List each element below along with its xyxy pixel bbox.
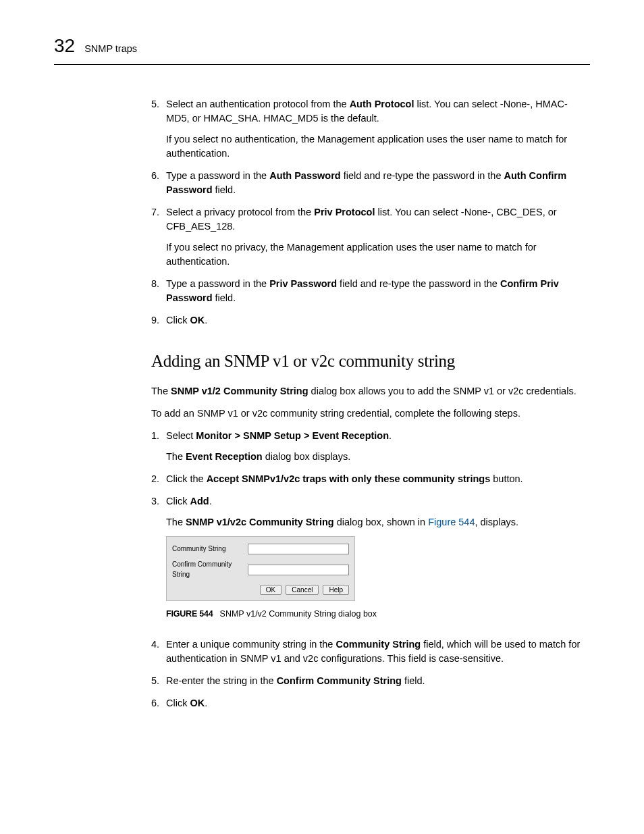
step-paragraph: Click the Accept SNMPv1/v2c traps with o… [166, 472, 590, 486]
step-number: 4. [151, 637, 166, 666]
step-item: 3.Click Add.The SNMP v1/v2c Community St… [151, 494, 590, 629]
step-paragraph: Select a privacy protocol from the Priv … [166, 205, 590, 234]
step-body: Select a privacy protocol from the Priv … [166, 205, 590, 269]
cancel-button[interactable]: Cancel [286, 585, 319, 595]
step-body: Type a password in the Priv Password fie… [166, 277, 590, 305]
step-number: 7. [151, 205, 166, 269]
step-body: Click the Accept SNMPv1/v2c traps with o… [166, 472, 590, 486]
running-header: 32 SNMP traps [54, 32, 590, 65]
step-body: Select Monitor > SNMP Setup > Event Rece… [166, 429, 590, 464]
step-paragraph: Click OK. [166, 696, 590, 710]
step-number: 6. [151, 696, 166, 710]
help-button[interactable]: Help [323, 585, 349, 595]
bold-text: SNMP v1/v2c Community String [186, 517, 334, 527]
step-number: 6. [151, 169, 166, 197]
figure-title: SNMP v1/v2 Community String dialog box [220, 609, 377, 619]
community-string-label: Community String [172, 544, 248, 554]
step-paragraph: If you select no authentication, the Man… [166, 132, 590, 161]
bold-text: SNMP v1/2 Community String [171, 386, 308, 396]
header-title: SNMP traps [84, 42, 137, 56]
step-item: 2.Click the Accept SNMPv1/v2c traps with… [151, 472, 590, 486]
step-list-a: 5.Select an authentication protocol from… [151, 97, 590, 328]
bold-text: Confirm Priv Password [166, 278, 559, 303]
step-paragraph: Click OK. [166, 313, 590, 328]
step-number: 8. [151, 277, 166, 305]
page-content: 5.Select an authentication protocol from… [151, 97, 590, 711]
step-body: Click Add.The SNMP v1/v2c Community Stri… [166, 494, 590, 629]
step-paragraph: Click Add. [166, 494, 590, 509]
step-item: 6.Click OK. [151, 696, 590, 710]
bold-text: Auth Password [269, 170, 341, 181]
step-item: 8.Type a password in the Priv Password f… [151, 277, 590, 305]
step-number: 5. [151, 97, 166, 161]
step-number: 5. [151, 674, 166, 688]
bold-text: Auth Protocol [350, 99, 414, 109]
figure-number: FIGURE 544 [166, 609, 213, 619]
dialog-buttons: OKCancelHelp [172, 585, 349, 595]
step-body: Select an authentication protocol from t… [166, 97, 590, 161]
step-paragraph: Type a password in the Auth Password fie… [166, 169, 590, 197]
step-paragraph: Select an authentication protocol from t… [166, 97, 590, 126]
step-paragraph: Select Monitor > SNMP Setup > Event Rece… [166, 429, 590, 443]
step-body: Click OK. [166, 696, 590, 710]
chapter-number: 32 [54, 32, 75, 60]
step-body: Click OK. [166, 313, 590, 328]
bold-text: Priv Password [269, 278, 337, 289]
step-item: 5.Select an authentication protocol from… [151, 97, 590, 161]
step-item: 9.Click OK. [151, 313, 590, 328]
intro-paragraph: The SNMP v1/2 Community String dialog bo… [151, 384, 590, 398]
confirm-community-string-input[interactable] [248, 565, 349, 575]
bold-text: Confirm Community String [277, 675, 402, 686]
figure-caption: FIGURE 544SNMP v1/v2 Community String di… [166, 608, 590, 620]
bold-text: Monitor > SNMP Setup > Event Reception [196, 430, 389, 441]
figure: Community StringConfirm Community String… [166, 536, 590, 620]
ok-button[interactable]: OK [260, 585, 281, 595]
dialog-row: Community String [172, 544, 349, 554]
intro-paragraphs: The SNMP v1/2 Community String dialog bo… [151, 384, 590, 421]
step-number: 3. [151, 494, 166, 629]
step-number: 2. [151, 472, 166, 486]
step-paragraph: Enter a unique community string in the C… [166, 637, 590, 666]
dialog-row: Confirm Community String [172, 560, 349, 579]
step-item: 1.Select Monitor > SNMP Setup > Event Re… [151, 429, 590, 464]
bold-text: Accept SNMPv1/v2c traps with only these … [207, 473, 491, 484]
bold-text: Add [190, 496, 209, 506]
step-body: Type a password in the Auth Password fie… [166, 169, 590, 197]
step-paragraph: Type a password in the Priv Password fie… [166, 277, 590, 305]
bold-text: OK [190, 698, 205, 708]
step-item: 4.Enter a unique community string in the… [151, 637, 590, 666]
step-list-b: 1.Select Monitor > SNMP Setup > Event Re… [151, 429, 590, 710]
bold-text: OK [190, 315, 205, 325]
step-body: Enter a unique community string in the C… [166, 637, 590, 666]
bold-text: Auth Confirm Password [166, 170, 566, 195]
intro-paragraph: To add an SNMP v1 or v2c community strin… [151, 407, 590, 421]
step-paragraph: If you select no privacy, the Management… [166, 240, 590, 269]
step-paragraph: The SNMP v1/v2c Community String dialog … [166, 515, 590, 529]
section-heading: Adding an SNMP v1 or v2c community strin… [151, 349, 590, 373]
step-item: 5.Re-enter the string in the Confirm Com… [151, 674, 590, 688]
step-body: Re-enter the string in the Confirm Commu… [166, 674, 590, 688]
bold-text: Community String [336, 639, 421, 650]
community-string-input[interactable] [248, 544, 349, 554]
step-item: 6.Type a password in the Auth Password f… [151, 169, 590, 197]
dialog-box: Community StringConfirm Community String… [166, 536, 355, 601]
step-number: 1. [151, 429, 166, 464]
step-number: 9. [151, 313, 166, 328]
bold-text: Event Reception [186, 451, 263, 462]
step-item: 7.Select a privacy protocol from the Pri… [151, 205, 590, 269]
bold-text: Priv Protocol [314, 207, 375, 217]
step-paragraph: Re-enter the string in the Confirm Commu… [166, 674, 590, 688]
figure-link[interactable]: Figure 544 [428, 517, 475, 527]
confirm-community-string-label: Confirm Community String [172, 560, 248, 579]
step-paragraph: The Event Reception dialog box displays. [166, 450, 590, 464]
